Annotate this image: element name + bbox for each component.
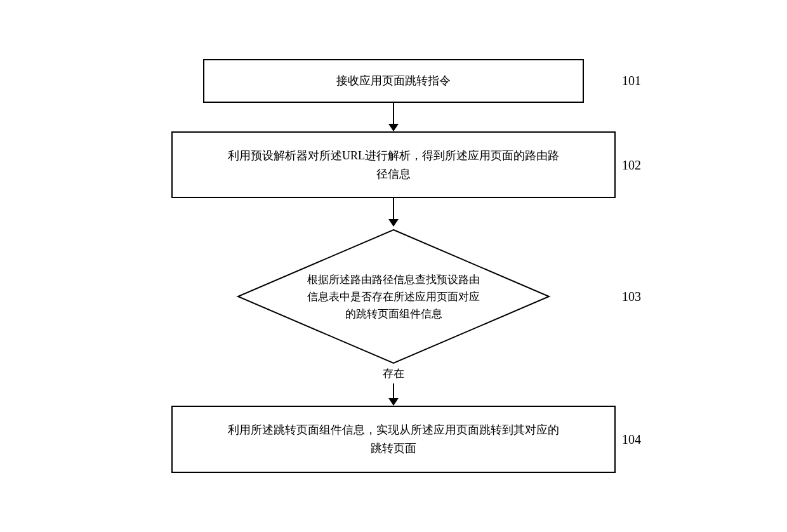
step-104-label: 利用所述跳转页面组件信息，实现从所述应用页面跳转到其对应的跳转页面	[228, 423, 559, 455]
arrow-head-2	[388, 219, 399, 227]
step-101-box: 接收应用页面跳转指令	[203, 59, 584, 103]
flowchart: 接收应用页面跳转指令 101 利用预设解析器对所述URL进行解析，得到所述应用页…	[108, 59, 679, 473]
step-101-wrapper: 接收应用页面跳转指令 101	[108, 59, 679, 103]
exist-label-text: 存在	[383, 366, 404, 381]
exist-connector: 存在	[383, 366, 404, 406]
arrow-head-3	[388, 398, 399, 406]
arrow-head	[388, 124, 399, 131]
step-101-number: 101	[622, 74, 641, 88]
step-102-box: 利用预设解析器对所述URL进行解析，得到所述应用页面的路由路径信息	[171, 131, 616, 199]
arrow-101-102	[388, 103, 399, 131]
arrow-line-2	[393, 198, 394, 219]
step-103-number: 103	[622, 289, 641, 304]
step-103-diamond: 根据所述路由路径信息查找预设路由信息表中是否存在所述应用页面对应的跳转页面组件信…	[235, 227, 552, 366]
step-103-label: 根据所述路由路径信息查找预设路由信息表中是否存在所述应用页面对应的跳转页面组件信…	[307, 271, 480, 323]
arrow-102-103	[388, 198, 399, 227]
arrow-line	[393, 103, 394, 124]
step-102-number: 102	[622, 157, 641, 172]
arrow-103-104	[388, 383, 399, 406]
step-101-label: 接收应用页面跳转指令	[336, 74, 451, 87]
step-104-wrapper: 利用所述跳转页面组件信息，实现从所述应用页面跳转到其对应的跳转页面 104	[108, 406, 679, 473]
step-103-wrapper: 根据所述路由路径信息查找预设路由信息表中是否存在所述应用页面对应的跳转页面组件信…	[108, 227, 679, 366]
step-102-label: 利用预设解析器对所述URL进行解析，得到所述应用页面的路由路径信息	[228, 149, 559, 180]
step-104-box: 利用所述跳转页面组件信息，实现从所述应用页面跳转到其对应的跳转页面	[171, 406, 616, 473]
arrow-line-3	[393, 383, 394, 398]
step-104-number: 104	[622, 432, 641, 447]
step-102-wrapper: 利用预设解析器对所述URL进行解析，得到所述应用页面的路由路径信息 102	[108, 131, 679, 199]
